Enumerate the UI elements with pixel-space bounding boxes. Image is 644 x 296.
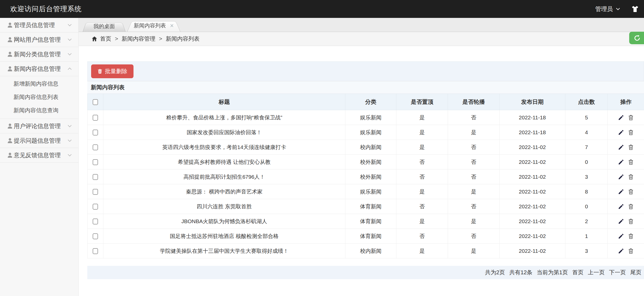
cell-clicks: 4 (565, 125, 608, 140)
cell-title: 国足将士抵达苏州驻地酒店 核酸检测全部合格 (103, 229, 345, 244)
cell-clicks: 3 (565, 244, 608, 258)
delete-trash-icon[interactable] (628, 174, 634, 180)
select-all-checkbox[interactable] (93, 99, 98, 105)
sidebar-item[interactable]: 新闻内容信息管理 (0, 62, 78, 76)
news-panel: 批量删除 新闻内容列表 标题分类是否置顶是否轮播发布日期点击数操作 粮价攀升、食… (87, 61, 644, 258)
sidebar-subitem[interactable]: 新闻内容信息列表 (0, 90, 78, 104)
delete-trash-icon[interactable] (628, 188, 634, 195)
edit-pencil-icon[interactable] (618, 248, 624, 254)
cell-clicks: 8 (565, 184, 608, 199)
cell-publish_date: 2022-11-02 (500, 155, 565, 169)
breadcrumb-link[interactable]: 新闻内容管理 (122, 36, 155, 42)
column-header: 分类 (345, 94, 396, 110)
sidebar-item[interactable]: 意见反馈信息管理 (0, 148, 78, 163)
edit-pencil-icon[interactable] (618, 188, 624, 195)
user-menu[interactable]: 管理员 (595, 5, 621, 13)
refresh-button[interactable] (629, 32, 644, 44)
row-checkbox-cell (88, 110, 103, 125)
sidebar-item[interactable]: 管理员信息管理 (0, 18, 78, 32)
cell-category: 娱乐新闻 (345, 125, 396, 140)
chevron-down-icon (67, 37, 72, 42)
cell-title: 粮价攀升、食品价格上涨，多国打响“粮食保卫战” (103, 110, 345, 125)
delete-trash-icon[interactable] (628, 159, 634, 165)
breadcrumb-link[interactable]: 首页 (100, 36, 111, 42)
delete-trash-icon[interactable] (628, 218, 634, 225)
row-checkbox[interactable] (93, 130, 98, 135)
delete-trash-icon[interactable] (628, 248, 634, 254)
row-actions-cell (608, 125, 644, 140)
table-row: 四川六连胜 东莞取首胜体育新闻否否2022-11-020 (88, 199, 644, 214)
sidebar-item[interactable]: 用户评论信息管理 (0, 119, 78, 133)
breadcrumb: 首页>新闻内容管理>新闻内容列表 (79, 32, 644, 46)
delete-trash-icon[interactable] (628, 203, 634, 210)
tshirt-icon[interactable] (631, 5, 639, 13)
app-title: 欢迎访问后台管理系统 (10, 4, 82, 14)
edit-pencil-icon[interactable] (618, 203, 624, 210)
row-checkbox[interactable] (93, 144, 98, 150)
edit-pencil-icon[interactable] (618, 233, 624, 240)
batch-delete-button[interactable]: 批量删除 (91, 64, 133, 78)
cell-is_carousel: 否 (448, 199, 500, 214)
row-checkbox[interactable] (93, 159, 98, 165)
pagination-link[interactable]: 首页 (572, 269, 584, 276)
table-row: 英语四六级考生防疫要求，考前14天须连续健康打卡校内新闻是否2022-11-02… (88, 140, 644, 155)
column-header: 点击数 (565, 94, 608, 110)
pagination-link[interactable]: 尾页 (630, 269, 641, 276)
tab-active[interactable]: 新闻内容列表× (127, 19, 180, 32)
row-checkbox[interactable] (93, 204, 98, 210)
cell-publish_date: 2022-11-18 (500, 110, 565, 125)
row-checkbox[interactable] (93, 233, 98, 239)
tab-inactive[interactable]: 我的桌面 (83, 21, 126, 32)
delete-trash-icon[interactable] (628, 114, 634, 121)
cell-clicks: 1 (565, 229, 608, 244)
panel-title-row: 新闻内容列表 (87, 81, 644, 94)
row-checkbox[interactable] (93, 189, 98, 195)
cell-clicks: 3 (565, 169, 608, 184)
row-checkbox-cell (88, 169, 103, 184)
row-checkbox[interactable] (93, 248, 98, 254)
edit-pencil-icon[interactable] (618, 114, 624, 121)
table-header-row: 标题分类是否置顶是否轮播发布日期点击数操作 (88, 94, 644, 110)
edit-pencil-icon[interactable] (618, 174, 624, 180)
tab-bar: 我的桌面新闻内容列表× (79, 18, 644, 32)
edit-pencil-icon[interactable] (618, 144, 624, 151)
select-all-cell (88, 94, 103, 110)
row-checkbox-cell (88, 184, 103, 199)
row-actions-cell (608, 184, 644, 199)
cell-clicks: 5 (565, 110, 608, 125)
sidebar-item[interactable]: 新闻分类信息管理 (0, 47, 78, 62)
table-row: 希望提高乡村教师待遇 让他们安心从教校外新闻否否2022-11-020 (88, 155, 644, 169)
row-checkbox[interactable] (93, 115, 98, 121)
edit-pencil-icon[interactable] (618, 129, 624, 136)
cell-title: 英语四六级考生防疫要求，考前14天须连续健康打卡 (103, 140, 345, 155)
pagination-link[interactable]: 上一页 (588, 269, 605, 276)
sidebar-subitem[interactable]: 新闻内容信息查询 (0, 104, 78, 117)
edit-pencil-icon[interactable] (618, 218, 624, 225)
edit-pencil-icon[interactable] (618, 159, 624, 165)
row-checkbox[interactable] (93, 219, 98, 224)
sidebar-item-label: 用户评论信息管理 (14, 122, 61, 130)
cell-title: JBONBA火箭队为何憾负洛杉矶湖人 (103, 214, 345, 229)
sidebar-item-label: 网站用户信息管理 (14, 36, 61, 44)
tab-close-icon[interactable]: × (170, 23, 174, 28)
table-row: 高招提前批高职计划招生6796人！校外新闻否否2022-11-023 (88, 169, 644, 184)
row-actions-cell (608, 214, 644, 229)
delete-trash-icon[interactable] (628, 144, 634, 151)
row-checkbox[interactable] (93, 174, 98, 180)
cell-publish_date: 2022-11-02 (500, 229, 565, 244)
delete-trash-icon[interactable] (628, 233, 634, 240)
sidebar-item-label: 新闻内容信息管理 (14, 65, 61, 73)
cell-is_top: 否 (396, 155, 448, 169)
row-actions-cell (608, 169, 644, 184)
sidebar-subitem[interactable]: 新增新闻内容信息 (0, 77, 78, 90)
pagination-summary: 共为2页 (485, 269, 505, 276)
table-body: 粮价攀升、食品价格上涨，多国打响“粮食保卫战”娱乐新闻是否2022-11-185… (88, 110, 644, 258)
breadcrumb-separator: > (159, 36, 162, 42)
sidebar-item[interactable]: 网站用户信息管理 (0, 32, 78, 47)
pagination-link[interactable]: 下一页 (609, 269, 626, 276)
cell-is_carousel: 否 (448, 155, 500, 169)
column-header: 是否置顶 (396, 94, 448, 110)
sidebar-item[interactable]: 提示问题信息管理 (0, 133, 78, 148)
delete-trash-icon[interactable] (628, 129, 634, 136)
user-icon (7, 51, 13, 57)
